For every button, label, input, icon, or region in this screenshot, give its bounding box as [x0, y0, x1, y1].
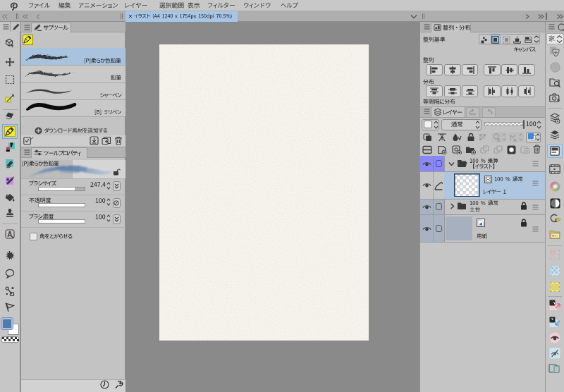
svg-text:A: A	[7, 231, 12, 238]
svg-text:?: ?	[485, 146, 487, 150]
